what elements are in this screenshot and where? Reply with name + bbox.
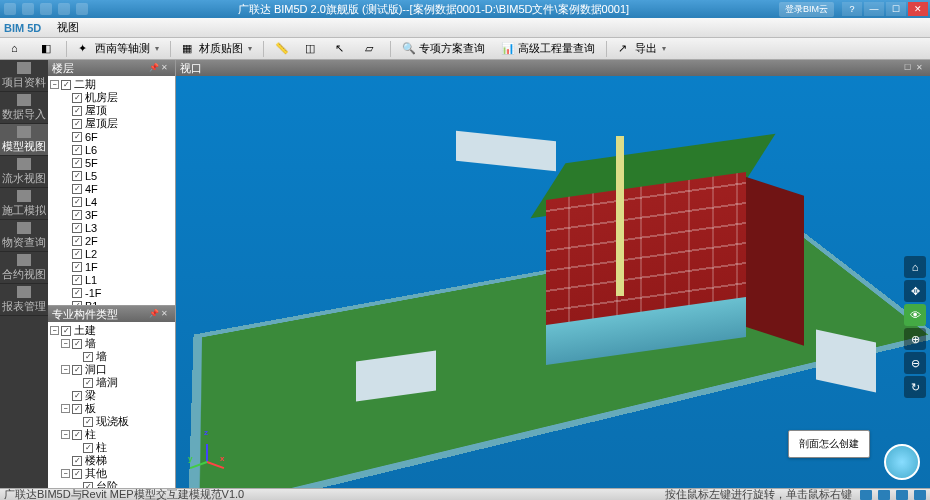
settings-icon[interactable] bbox=[76, 3, 88, 15]
tree-toggle-icon[interactable]: − bbox=[50, 326, 59, 335]
status-user-icon[interactable] bbox=[896, 490, 908, 500]
viewport-tool-1[interactable]: ✥ bbox=[904, 280, 926, 302]
menu-view[interactable]: 视图 bbox=[49, 18, 87, 37]
redo-icon[interactable] bbox=[58, 3, 70, 15]
save-icon[interactable] bbox=[22, 3, 34, 15]
sidebar-item-1[interactable]: 数据导入 bbox=[0, 92, 48, 124]
tree-node[interactable]: ✓屋顶层 bbox=[50, 117, 173, 130]
checkbox[interactable]: ✓ bbox=[61, 80, 71, 90]
tree-node[interactable]: ✓2F bbox=[50, 234, 173, 247]
checkbox[interactable]: ✓ bbox=[72, 430, 82, 440]
tool-home-button[interactable]: ⌂ bbox=[4, 40, 32, 58]
tree-node[interactable]: −✓土建 bbox=[50, 324, 173, 337]
tree-toggle-icon[interactable]: − bbox=[61, 365, 70, 374]
measure-button[interactable]: 📏 bbox=[268, 40, 296, 58]
maximize-button[interactable]: ☐ bbox=[886, 2, 906, 16]
panel-pin-icon[interactable]: 📌 bbox=[149, 309, 159, 319]
tree-node[interactable]: ✓3F bbox=[50, 208, 173, 221]
mascot-icon[interactable] bbox=[884, 444, 920, 480]
checkbox[interactable]: ✓ bbox=[72, 469, 82, 479]
viewport-max-icon[interactable]: ☐ bbox=[904, 63, 914, 73]
status-chat-icon[interactable] bbox=[860, 490, 872, 500]
tree-node[interactable]: ✓楼梯 bbox=[50, 454, 173, 467]
tool-cube-button[interactable]: ◧ bbox=[34, 40, 62, 58]
tree-node[interactable]: ✓墙 bbox=[50, 350, 173, 363]
checkbox[interactable]: ✓ bbox=[72, 365, 82, 375]
tree-node[interactable]: ✓1F bbox=[50, 260, 173, 273]
sidebar-item-0[interactable]: 项目资料 bbox=[0, 60, 48, 92]
checkbox[interactable]: ✓ bbox=[72, 171, 82, 181]
tree-node[interactable]: ✓梁 bbox=[50, 389, 173, 402]
login-cloud-button[interactable]: 登录BIM云 bbox=[779, 2, 834, 17]
checkbox[interactable]: ✓ bbox=[72, 210, 82, 220]
checkbox[interactable]: ✓ bbox=[72, 456, 82, 466]
sidebar-item-4[interactable]: 施工模拟 bbox=[0, 188, 48, 220]
panel-close-icon[interactable]: ✕ bbox=[161, 309, 171, 319]
tree-node[interactable]: ✓6F bbox=[50, 130, 173, 143]
status-users-icon[interactable] bbox=[914, 490, 926, 500]
viewport-tool-5[interactable]: ↻ bbox=[904, 376, 926, 398]
help-button[interactable]: ? bbox=[842, 2, 862, 16]
tree-node[interactable]: −✓墙 bbox=[50, 337, 173, 350]
tree-node[interactable]: ✓-1F bbox=[50, 286, 173, 299]
close-button[interactable]: ✕ bbox=[908, 2, 928, 16]
tree-toggle-icon[interactable]: − bbox=[61, 430, 70, 439]
scene-3d[interactable]: z x y ⌂✥👁⊕⊖↻ 剖面怎么创建 bbox=[176, 76, 930, 488]
tree-node[interactable]: ✓L1 bbox=[50, 273, 173, 286]
tree-toggle-icon[interactable]: − bbox=[61, 469, 70, 478]
checkbox[interactable]: ✓ bbox=[72, 223, 82, 233]
tree-node[interactable]: −✓柱 bbox=[50, 428, 173, 441]
checkbox[interactable]: ✓ bbox=[61, 326, 71, 336]
tree-node[interactable]: ✓L3 bbox=[50, 221, 173, 234]
special-query-button[interactable]: 🔍专项方案查询 bbox=[395, 40, 492, 58]
viewport-tool-4[interactable]: ⊖ bbox=[904, 352, 926, 374]
panel-pin-icon[interactable]: 📌 bbox=[149, 63, 159, 73]
checkbox[interactable]: ✓ bbox=[72, 106, 82, 116]
sidebar-item-5[interactable]: 物资查询 bbox=[0, 220, 48, 252]
checkbox[interactable]: ✓ bbox=[72, 391, 82, 401]
checkbox[interactable]: ✓ bbox=[72, 288, 82, 298]
viewport-tool-0[interactable]: ⌂ bbox=[904, 256, 926, 278]
checkbox[interactable]: ✓ bbox=[72, 404, 82, 414]
checkbox[interactable]: ✓ bbox=[83, 378, 93, 388]
checkbox[interactable]: ✓ bbox=[72, 197, 82, 207]
checkbox[interactable]: ✓ bbox=[72, 275, 82, 285]
sidebar-item-7[interactable]: 报表管理 bbox=[0, 284, 48, 316]
tree-node[interactable]: ✓L6 bbox=[50, 143, 173, 156]
tree-node[interactable]: ✓L5 bbox=[50, 169, 173, 182]
tree-node[interactable]: ✓5F bbox=[50, 156, 173, 169]
select-button[interactable]: ↖ bbox=[328, 40, 356, 58]
checkbox[interactable]: ✓ bbox=[72, 145, 82, 155]
adv-query-button[interactable]: 📊高级工程量查询 bbox=[494, 40, 602, 58]
sidebar-item-2[interactable]: 模型视图 bbox=[0, 124, 48, 156]
sidebar-item-6[interactable]: 合约视图 bbox=[0, 252, 48, 284]
tree-node[interactable]: ✓柱 bbox=[50, 441, 173, 454]
checkbox[interactable]: ✓ bbox=[72, 132, 82, 142]
checkbox[interactable]: ✓ bbox=[72, 262, 82, 272]
status-chart-icon[interactable] bbox=[878, 490, 890, 500]
checkbox[interactable]: ✓ bbox=[72, 249, 82, 259]
checkbox[interactable]: ✓ bbox=[72, 119, 82, 129]
checkbox[interactable]: ✓ bbox=[72, 93, 82, 103]
tree-node[interactable]: ✓4F bbox=[50, 182, 173, 195]
tree-toggle-icon[interactable]: − bbox=[61, 339, 70, 348]
checkbox[interactable]: ✓ bbox=[83, 443, 93, 453]
viewport-tool-3[interactable]: ⊕ bbox=[904, 328, 926, 350]
tree-toggle-icon[interactable]: − bbox=[50, 80, 59, 89]
checkbox[interactable]: ✓ bbox=[83, 417, 93, 427]
tree-node[interactable]: ✓现浇板 bbox=[50, 415, 173, 428]
minimize-button[interactable]: — bbox=[864, 2, 884, 16]
viewport-tool-2[interactable]: 👁 bbox=[904, 304, 926, 326]
checkbox[interactable]: ✓ bbox=[72, 236, 82, 246]
checkbox[interactable]: ✓ bbox=[72, 184, 82, 194]
export-dropdown[interactable]: ↗导出 bbox=[611, 40, 673, 58]
tree-node[interactable]: ✓机房层 bbox=[50, 91, 173, 104]
tree-node[interactable]: ✓墙洞 bbox=[50, 376, 173, 389]
checkbox[interactable]: ✓ bbox=[72, 158, 82, 168]
section-button[interactable]: ◫ bbox=[298, 40, 326, 58]
viewport-close-icon[interactable]: ✕ bbox=[916, 63, 926, 73]
checkbox[interactable]: ✓ bbox=[83, 352, 93, 362]
undo-icon[interactable] bbox=[40, 3, 52, 15]
checkbox[interactable]: ✓ bbox=[72, 339, 82, 349]
axis-view-dropdown[interactable]: ✦西南等轴测 bbox=[71, 40, 166, 58]
